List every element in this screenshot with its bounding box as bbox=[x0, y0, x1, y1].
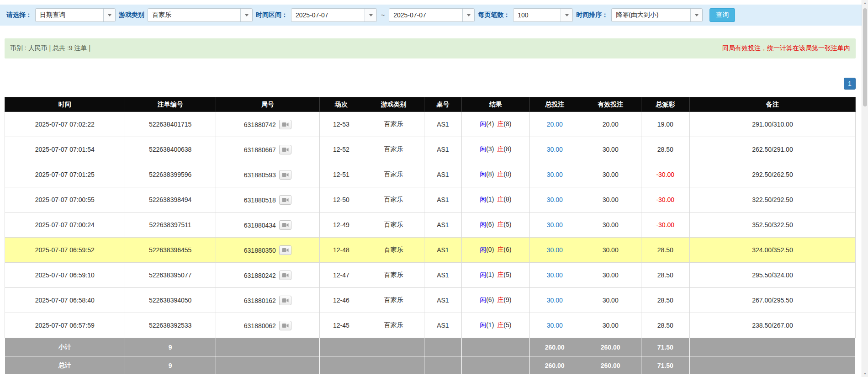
cell-table-no: AS1 bbox=[424, 313, 461, 338]
table-row: 2025-07-07 07:01:54 522638400638 6318806… bbox=[5, 137, 856, 162]
chevron-down-icon bbox=[365, 9, 376, 21]
replay-video-button[interactable] bbox=[279, 170, 291, 180]
time-sort-select[interactable]: 降幂(由大到小) bbox=[611, 8, 703, 22]
date-from-select[interactable]: 2025-07-07 bbox=[291, 8, 377, 22]
replay-video-button[interactable] bbox=[279, 120, 291, 129]
round-number: 631880742 bbox=[244, 121, 276, 128]
replay-video-button[interactable] bbox=[279, 296, 291, 305]
date-to-value: 2025-07-07 bbox=[389, 9, 462, 21]
cell-game-type: 百家乐 bbox=[363, 162, 424, 187]
cell-remark: 295.50/324.00 bbox=[689, 263, 855, 288]
cell-payout: -30.00 bbox=[641, 187, 689, 212]
col-game-type: 游戏类别 bbox=[363, 97, 424, 112]
vertical-scrollbar[interactable]: ▲ ▼ bbox=[862, 0, 868, 377]
cell-game-type: 百家乐 bbox=[363, 212, 424, 238]
replay-video-button[interactable] bbox=[279, 195, 291, 205]
video-camera-icon bbox=[282, 197, 289, 202]
cell-session: 12-53 bbox=[319, 112, 363, 137]
cell-session: 12-52 bbox=[319, 137, 363, 162]
scroll-down-icon[interactable]: ▼ bbox=[862, 371, 868, 377]
total-bet-link[interactable]: 30.00 bbox=[547, 297, 563, 304]
total-bet-link[interactable]: 30.00 bbox=[547, 171, 563, 178]
cell-round: 631880742 bbox=[216, 112, 319, 137]
cell-table-no: AS1 bbox=[424, 288, 461, 313]
replay-video-button[interactable] bbox=[279, 245, 291, 255]
total-bet-link[interactable]: 30.00 bbox=[547, 146, 563, 153]
page: 请选择： 日期查询 游戏类别 百家乐 时间区间： 2025-07-07 ~ 20… bbox=[0, 5, 862, 375]
result-player: 闲 bbox=[480, 221, 486, 228]
col-remark: 备注 bbox=[689, 97, 855, 112]
cell-time: 2025-07-07 06:57:59 bbox=[5, 313, 125, 338]
replay-video-button[interactable] bbox=[279, 145, 291, 154]
cell-round: 631880593 bbox=[216, 162, 319, 187]
query-button[interactable]: 查询 bbox=[709, 8, 735, 22]
cell-payout: -30.00 bbox=[641, 212, 689, 238]
result-player-score: (1) bbox=[486, 321, 494, 329]
cell-game-type: 百家乐 bbox=[363, 263, 424, 288]
cell-round: 631880518 bbox=[216, 187, 319, 212]
per-page-select[interactable]: 100 bbox=[513, 8, 573, 22]
table-row: 2025-07-07 07:01:25 522638399596 6318805… bbox=[5, 162, 856, 187]
date-from-value: 2025-07-07 bbox=[291, 9, 365, 21]
total-bet-link[interactable]: 30.00 bbox=[547, 246, 563, 254]
cell-valid-bet: 30.00 bbox=[580, 187, 641, 212]
cell-table-no: AS1 bbox=[424, 162, 461, 187]
result-banker: 庄 bbox=[497, 170, 503, 178]
replay-video-button[interactable] bbox=[279, 220, 291, 230]
table-header-row: 时间 注单编号 局号 场次 游戏类别 桌号 结果 总投注 有效投注 总派彩 备注 bbox=[5, 97, 856, 112]
cell-payout: 28.50 bbox=[641, 288, 689, 313]
cell-session: 12-46 bbox=[319, 288, 363, 313]
video-camera-icon bbox=[282, 273, 289, 278]
records-table: 时间 注单编号 局号 场次 游戏类别 桌号 结果 总投注 有效投注 总派彩 备注… bbox=[5, 97, 856, 375]
cell-session: 12-45 bbox=[319, 313, 363, 338]
scrollbar-thumb[interactable] bbox=[863, 8, 867, 106]
game-type-select[interactable]: 百家乐 bbox=[148, 8, 253, 22]
cell-round: 631880062 bbox=[216, 313, 319, 338]
cell-payout: 28.50 bbox=[641, 313, 689, 338]
total-bet-link[interactable]: 30.00 bbox=[547, 221, 563, 228]
col-session: 场次 bbox=[319, 97, 363, 112]
result-player-score: (8) bbox=[486, 170, 494, 178]
query-type-value: 日期查询 bbox=[36, 9, 103, 21]
select-type-label: 请选择： bbox=[6, 11, 32, 19]
result-banker: 庄 bbox=[497, 145, 503, 153]
round-number: 631880667 bbox=[244, 146, 276, 153]
total-bet-link[interactable]: 30.00 bbox=[547, 271, 563, 279]
video-camera-icon bbox=[282, 122, 289, 127]
result-player-score: (6) bbox=[486, 221, 494, 228]
cell-remark: 324.00/352.50 bbox=[689, 238, 855, 263]
total-bet-link[interactable]: 20.00 bbox=[547, 121, 563, 128]
cell-time: 2025-07-07 07:02:22 bbox=[5, 112, 125, 137]
video-camera-icon bbox=[282, 323, 289, 328]
cell-table-no: AS1 bbox=[424, 187, 461, 212]
replay-video-button[interactable] bbox=[279, 271, 291, 280]
cell-result: 闲(6)庄(9) bbox=[461, 288, 529, 313]
cell-payout: 28.50 bbox=[641, 238, 689, 263]
cell-result: 闲(8)庄(0) bbox=[461, 162, 529, 187]
query-type-select[interactable]: 日期查询 bbox=[35, 8, 116, 22]
chevron-down-icon bbox=[690, 9, 702, 21]
round-number: 631880518 bbox=[244, 196, 276, 203]
result-banker-score: (8) bbox=[503, 145, 511, 153]
page-1-button[interactable]: 1 bbox=[844, 78, 856, 90]
replay-video-button[interactable] bbox=[279, 321, 291, 330]
round-number: 631880434 bbox=[244, 221, 276, 228]
subtotal-total-bet: 260.00 bbox=[529, 338, 580, 356]
subtotal-row: 小计 9 260.00 260.00 71.50 bbox=[5, 338, 856, 356]
result-banker: 庄 bbox=[497, 196, 503, 203]
game-type-label: 游戏类别 bbox=[119, 11, 144, 19]
video-camera-icon bbox=[282, 248, 289, 253]
total-payout: 71.50 bbox=[641, 356, 689, 375]
cell-bet-id: 522638400638 bbox=[125, 137, 216, 162]
total-bet-link[interactable]: 30.00 bbox=[547, 196, 563, 203]
scroll-up-icon[interactable]: ▲ bbox=[862, 0, 868, 6]
time-sort-label: 时间排序： bbox=[576, 11, 608, 19]
date-to-select[interactable]: 2025-07-07 bbox=[389, 8, 475, 22]
records-body: 2025-07-07 07:02:22 522638401715 6318807… bbox=[5, 112, 856, 338]
total-bet-link[interactable]: 30.00 bbox=[547, 322, 563, 329]
col-payout: 总派彩 bbox=[641, 97, 689, 112]
result-player-score: (6) bbox=[486, 296, 494, 303]
result-player-score: (0) bbox=[486, 246, 494, 253]
cell-time: 2025-07-07 06:58:40 bbox=[5, 288, 125, 313]
result-banker-score: (8) bbox=[503, 120, 511, 127]
